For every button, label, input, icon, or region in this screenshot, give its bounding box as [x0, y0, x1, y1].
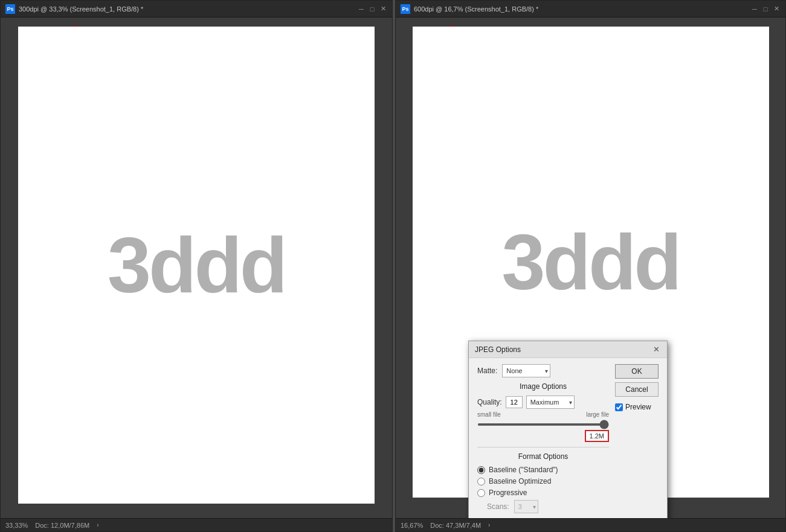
quality-preset-select[interactable]: Maximum High Medium Low — [526, 396, 575, 409]
quality-preset-wrapper: Maximum High Medium Low — [526, 396, 575, 409]
scans-row: Scans: 3 — [487, 500, 609, 513]
radio-baseline-optimized[interactable] — [477, 478, 485, 486]
ok-button[interactable]: OK — [615, 364, 659, 379]
right-window: Ps 600dpi @ 16,7% (Screenshot_1, RGB/8) … — [395, 0, 786, 532]
left-status-arrow: › — [97, 522, 98, 528]
format-options-title: Format Options — [477, 452, 609, 461]
right-doc: Doc: 47,3M/7,4M — [430, 522, 481, 529]
right-window-title: 600dpi @ 16,7% (Screenshot_1, RGB/8) * — [414, 5, 538, 13]
quality-label: Quality: — [477, 398, 502, 406]
radio-baseline-standard[interactable] — [477, 466, 485, 474]
left-canvas-paper: 3ddd — [18, 27, 375, 504]
badge-row: 1.2M — [477, 428, 609, 442]
quality-row: Quality: Maximum High Medium Low — [477, 396, 609, 409]
left-canvas-area: 3ddd — [1, 18, 392, 518]
left-title-bar: Ps 300dpi @ 33,3% (Screenshot_1, RGB/8) … — [1, 1, 392, 18]
matte-row: Matte: None — [477, 364, 609, 377]
format-options-section: Format Options Baseline ("Standard") Bas… — [477, 447, 609, 513]
scans-dropdown-wrapper: 3 — [514, 500, 538, 513]
logo-right: 3ddd — [501, 217, 680, 307]
quality-input[interactable] — [506, 396, 523, 408]
dialog-body: Matte: None Image Options Quality: — [469, 358, 667, 518]
size-badge: 1.2M — [585, 430, 609, 442]
right-status-arrow: › — [488, 522, 490, 528]
radio-baseline-optimized-row: Baseline Optimized — [477, 477, 609, 486]
dialog-title-text: JPEG Options — [475, 345, 521, 354]
left-status-bar: 33,33% Doc: 12,0M/7,86M › — [1, 518, 392, 531]
right-status-bar: 16,67% Doc: 47,3M/7,4M › — [396, 518, 785, 531]
quality-slider[interactable] — [477, 423, 609, 426]
dialog-main-content: Matte: None Image Options Quality: — [477, 364, 609, 513]
dialog-title-bar: JPEG Options ✕ — [469, 341, 667, 358]
right-canvas-area: 3ddd JPEG Options ✕ Matte: None — [396, 18, 785, 518]
maximize-btn-left[interactable]: □ — [368, 5, 376, 13]
matte-label: Matte: — [477, 367, 497, 375]
preview-row: Preview — [615, 403, 659, 411]
jpeg-options-dialog: JPEG Options ✕ Matte: None Ima — [468, 341, 668, 518]
dialog-close-btn[interactable]: ✕ — [651, 345, 661, 354]
minimize-btn-left[interactable]: ─ — [357, 5, 366, 13]
matte-dropdown-wrapper: None — [502, 364, 550, 377]
close-btn-right[interactable]: ✕ — [772, 5, 781, 13]
radio-baseline-standard-label: Baseline ("Standard") — [489, 466, 558, 474]
matte-select[interactable]: None — [502, 364, 550, 377]
radio-progressive-label: Progressive — [489, 489, 527, 497]
dialog-buttons: OK Cancel Preview — [615, 364, 659, 513]
scans-label: Scans: — [487, 502, 509, 511]
scans-select: 3 — [514, 500, 538, 513]
left-doc: Doc: 12,0M/7,86M — [35, 522, 89, 529]
logo-left: 3ddd — [108, 220, 286, 310]
ps-logo-right: Ps — [401, 4, 410, 14]
radio-baseline-standard-row: Baseline ("Standard") — [477, 466, 609, 474]
left-window-title: 300dpi @ 33,3% (Screenshot_1, RGB/8) * — [19, 5, 143, 13]
left-window: Ps 300dpi @ 33,3% (Screenshot_1, RGB/8) … — [0, 0, 393, 532]
slider-small-label: small file — [477, 411, 501, 418]
maximize-btn-right[interactable]: □ — [761, 5, 770, 13]
right-zoom: 16,67% — [401, 522, 423, 529]
image-options-title: Image Options — [477, 382, 609, 391]
slider-large-label: large file — [586, 411, 609, 418]
radio-baseline-optimized-label: Baseline Optimized — [489, 477, 551, 486]
preview-checkbox[interactable] — [615, 403, 623, 411]
slider-labels: small file large file — [477, 411, 609, 418]
radio-progressive-row: Progressive — [477, 489, 609, 497]
cancel-button[interactable]: Cancel — [615, 382, 659, 397]
radio-progressive[interactable] — [477, 489, 485, 497]
preview-label: Preview — [625, 403, 651, 411]
ps-logo-left: Ps — [5, 4, 15, 14]
close-btn-left[interactable]: ✕ — [379, 5, 387, 13]
slider-container — [477, 419, 609, 428]
left-zoom: 33,33% — [5, 522, 28, 529]
minimize-btn-right[interactable]: ─ — [750, 5, 759, 13]
right-title-bar: Ps 600dpi @ 16,7% (Screenshot_1, RGB/8) … — [396, 1, 785, 18]
